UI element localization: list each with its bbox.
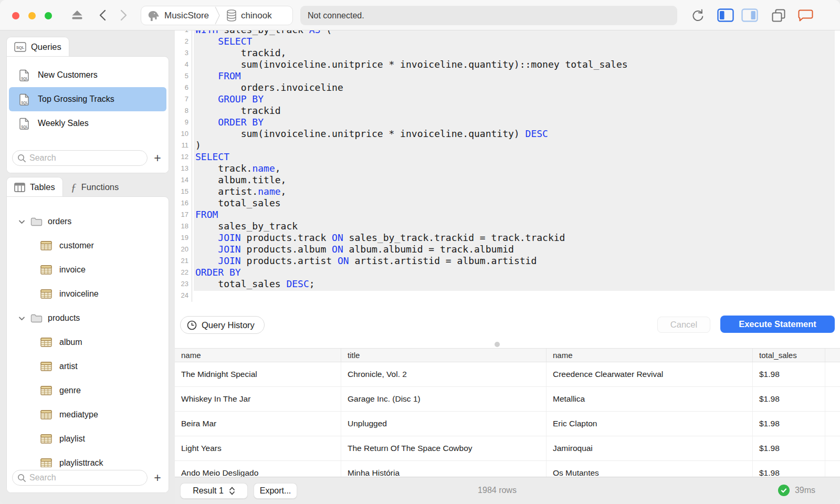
table-icon: [40, 241, 52, 250]
table-cell[interactable]: The Return Of The Space Cowboy: [341, 436, 547, 460]
table-cell[interactable]: Beira Mar: [175, 412, 341, 436]
table-row[interactable]: Whiskey In The JarGarage Inc. (Disc 1)Me…: [175, 387, 840, 412]
result-selector[interactable]: Result 1: [180, 483, 248, 499]
column-header[interactable]: title: [341, 349, 547, 362]
table-cell-filler: [825, 436, 840, 460]
table-cell[interactable]: Creedence Clearwater Revival: [547, 362, 753, 386]
table-row[interactable]: The Midnight SpecialChronicle, Vol. 2Cre…: [175, 362, 840, 387]
chevron-down-icon[interactable]: [18, 219, 25, 224]
refresh-icon[interactable]: [690, 8, 705, 23]
code-line: orders.invoiceline: [195, 82, 343, 93]
table-row[interactable]: Light YearsThe Return Of The Space Cowbo…: [175, 436, 840, 461]
table-cell[interactable]: Eric Clapton: [547, 412, 753, 436]
toggle-right-sidebar-icon[interactable]: [741, 8, 758, 22]
column-header[interactable]: name: [175, 349, 341, 362]
toggle-left-sidebar-icon[interactable]: [717, 8, 734, 22]
code-line: GROUP BY: [195, 93, 264, 105]
query-list-item[interactable]: SQL Weekly Sales: [7, 111, 169, 135]
execute-statement-button[interactable]: Execute Statement: [720, 316, 835, 333]
add-table-button[interactable]: +: [152, 472, 163, 484]
tab-tables[interactable]: Tables: [6, 177, 63, 197]
cancel-button[interactable]: Cancel: [657, 317, 710, 333]
code-line: album.title,: [195, 174, 286, 186]
tree-table-row[interactable]: invoiceline: [7, 282, 169, 306]
splitter[interactable]: [175, 339, 840, 348]
results-body: The Midnight SpecialChronicle, Vol. 2Cre…: [175, 362, 840, 477]
tree-folder-row[interactable]: orders: [7, 209, 169, 234]
code-line: JOIN products.artist ON artist.artistid …: [195, 255, 537, 267]
table-cell[interactable]: $1.98: [753, 387, 825, 411]
code-line: sales_by_track: [195, 220, 298, 232]
clock-icon: [187, 320, 197, 330]
table-cell[interactable]: $1.98: [753, 412, 825, 436]
table-cell-filler: [825, 387, 840, 411]
table-cell[interactable]: Whiskey In The Jar: [175, 387, 341, 411]
table-cell[interactable]: $1.98: [753, 436, 825, 460]
table-cell[interactable]: Unplugged: [341, 412, 547, 436]
search-icon: [17, 154, 26, 163]
column-header[interactable]: name: [547, 349, 753, 362]
chevron-down-icon[interactable]: [18, 316, 25, 321]
table-row[interactable]: Beira MarUnpluggedEric Clapton$1.98: [175, 412, 840, 436]
table-cell[interactable]: Garage Inc. (Disc 1): [341, 387, 547, 411]
tree-table-row[interactable]: playlist: [7, 427, 169, 451]
table-cell[interactable]: Metallica: [547, 387, 753, 411]
breadcrumb-server[interactable]: MusicStore: [141, 9, 214, 22]
tree-table-row[interactable]: album: [7, 330, 169, 354]
tree-table-row[interactable]: artist: [7, 354, 169, 379]
line-number: 13: [175, 163, 188, 174]
code-line: WITH sales_by_track AS (: [195, 30, 332, 36]
tables-search-input[interactable]: [12, 470, 148, 486]
tab-functions[interactable]: ƒ Functions: [63, 177, 127, 197]
table-cell[interactable]: $1.98: [753, 461, 825, 477]
tree-table-row[interactable]: genre: [7, 379, 169, 403]
minimize-button[interactable]: [28, 12, 36, 19]
code-line: JOIN products.album ON album.albumid = t…: [195, 244, 514, 255]
table-cell[interactable]: $1.98: [753, 362, 825, 386]
line-number: 21: [175, 255, 188, 267]
feedback-chat-icon[interactable]: [797, 9, 814, 23]
tree-table-row[interactable]: invoice: [7, 258, 169, 282]
breadcrumb-separator: [214, 6, 220, 25]
sql-editor[interactable]: 123456789101112131415161718192021222324 …: [175, 30, 840, 302]
forward-icon[interactable]: [118, 8, 129, 22]
windows-icon[interactable]: [771, 8, 786, 23]
table-cell[interactable]: Chronicle, Vol. 2: [341, 362, 547, 386]
queries-search-input[interactable]: [12, 150, 148, 166]
table-cell[interactable]: Os Mutantes: [547, 461, 753, 477]
query-list: SQL New Customers SQL Top Grossing Track…: [7, 57, 169, 135]
line-number: 8: [175, 105, 188, 117]
add-query-button[interactable]: +: [152, 152, 163, 164]
query-list-item[interactable]: SQL New Customers: [7, 63, 169, 87]
tree-table-row[interactable]: customer: [7, 234, 169, 258]
code-line: sum(invoiceline.unitprice * invoiceline.…: [195, 59, 628, 70]
app-window: MusicStore chinook Not connected.: [0, 0, 840, 504]
table-cell[interactable]: Light Years: [175, 436, 341, 460]
back-icon[interactable]: [97, 8, 109, 22]
query-list-item[interactable]: SQL Top Grossing Tracks: [9, 87, 166, 111]
tree-table-row[interactable]: mediatype: [7, 403, 169, 427]
column-header[interactable]: total_sales: [753, 349, 825, 362]
zoom-button[interactable]: [45, 12, 52, 19]
line-number: 2: [175, 36, 188, 47]
table-cell[interactable]: Minha História: [341, 461, 547, 477]
table-cell[interactable]: Ando Meio Desligado: [175, 461, 341, 477]
close-button[interactable]: [12, 12, 19, 19]
tab-queries[interactable]: SQL Queries: [6, 37, 69, 57]
query-history-button[interactable]: Query History: [180, 316, 265, 334]
disconnect-eject-icon[interactable]: [70, 9, 84, 22]
table-row[interactable]: Ando Meio DesligadoMinha HistóriaOs Muta…: [175, 461, 840, 477]
code-line: sum(invoiceline.unitprice * invoiceline.…: [195, 128, 548, 140]
line-number: 3: [175, 47, 188, 59]
splitter-handle-icon[interactable]: [495, 342, 500, 347]
table-cell[interactable]: The Midnight Special: [175, 362, 341, 386]
svg-text:SQL: SQL: [16, 45, 25, 50]
breadcrumb-database[interactable]: chinook: [220, 9, 277, 22]
table-icon: [40, 434, 52, 444]
table-cell[interactable]: Jamiroquai: [547, 436, 753, 460]
export-button[interactable]: Export...: [254, 483, 297, 499]
postgres-elephant-icon: [146, 9, 161, 22]
tree-folder-row[interactable]: products: [7, 306, 169, 330]
line-number: 15: [175, 186, 188, 197]
code-line: trackid: [195, 105, 281, 117]
